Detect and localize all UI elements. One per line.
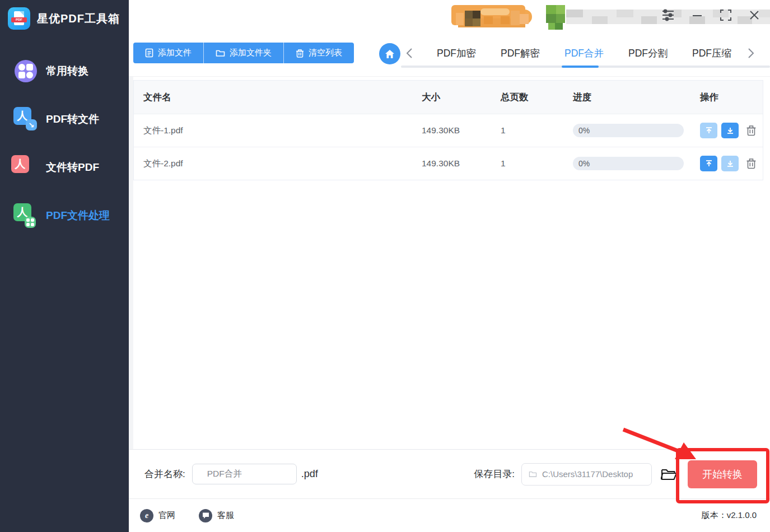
add-file-button[interactable]: 添加文件 [133, 43, 203, 63]
pdf-process-icon: 人 [13, 203, 38, 228]
trash-icon [296, 49, 304, 58]
file-to-pdf-icon: ↘人 [13, 155, 38, 180]
add-file-label: 添加文件 [158, 48, 192, 58]
delete-row-icon[interactable] [746, 125, 757, 136]
sidebar-item-pdf-to-file[interactable]: 人↘ PDF转文件 [0, 99, 129, 139]
sidebar-item-label: PDF文件处理 [46, 208, 110, 223]
move-up-button[interactable] [700, 123, 717, 138]
tab-bar: PDF加密 PDF解密 PDF合并 PDF分割 PDF压缩 [401, 41, 770, 65]
website-label: 官网 [158, 510, 175, 521]
active-tab-underline [562, 66, 599, 68]
arrow-down-icon [726, 127, 734, 134]
file-actions-group: 添加文件 添加文件夹 清空列表 [133, 43, 354, 63]
cell-filename: 文件-2.pdf [134, 158, 422, 170]
tabs-scroll-right-icon[interactable] [747, 48, 760, 59]
col-header-pages: 总页数 [501, 91, 573, 104]
save-dir-group: 保存目录: C:\Users\31177\Desktop 开始转换 [474, 460, 770, 488]
delete-row-icon[interactable] [746, 158, 757, 169]
settings-sliders-icon[interactable] [661, 9, 675, 21]
cell-filename: 文件-1.pdf [134, 125, 422, 137]
move-down-button[interactable] [721, 156, 739, 171]
app-logo-icon: PDF [8, 7, 30, 30]
arrow-down-icon [726, 160, 734, 167]
arrow-up-icon [705, 160, 713, 167]
sidebar: PDF 星优PDF工具箱 常用转换 人↘ PDF转文件 ↘人 文件 [0, 0, 129, 532]
save-path-field[interactable]: C:\Users\31177\Desktop [521, 463, 652, 486]
col-header-filename: 文件名 [134, 91, 422, 104]
merge-name-group: 合并名称: .pdf [144, 464, 318, 484]
table-header-row: 文件名 大小 总页数 进度 操作 [134, 81, 763, 114]
browse-folder-icon[interactable] [661, 468, 678, 481]
progress-bar: 0% [573, 157, 684, 170]
tabs-scroll-left-icon[interactable] [405, 48, 419, 59]
app-logo: PDF 星优PDF工具箱 [0, 0, 129, 35]
footer: e 官网 客服 版本：v2.1.0.0 [129, 498, 770, 532]
tab-underline-track [401, 66, 770, 68]
support-label: 客服 [217, 510, 234, 521]
pdf-to-file-icon: 人↘ [13, 107, 38, 132]
file-extension-label: .pdf [301, 468, 318, 480]
app-window: PDF 星优PDF工具箱 常用转换 人↘ PDF转文件 ↘人 文件 [0, 0, 770, 532]
maximize-icon[interactable] [720, 9, 732, 21]
cell-size: 149.30KB [422, 158, 501, 169]
clear-list-button[interactable]: 清空列表 [283, 43, 354, 63]
col-header-actions: 操作 [700, 91, 763, 104]
minimize-icon[interactable] [692, 10, 703, 21]
file-table: 文件名 大小 总页数 进度 操作 文件-1.pdf 149.30KB 1 0% [133, 80, 763, 180]
support-link[interactable]: 客服 [199, 509, 234, 522]
arrow-up-icon [705, 127, 713, 134]
move-up-button[interactable] [700, 156, 717, 171]
col-header-progress: 进度 [573, 91, 700, 104]
tab-pdf-encrypt[interactable]: PDF加密 [424, 46, 488, 60]
toolbar-row: 添加文件 添加文件夹 清空列表 [129, 35, 770, 77]
window-controls [661, 9, 760, 21]
website-link[interactable]: e 官网 [140, 509, 175, 522]
tab-pdf-decrypt[interactable]: PDF解密 [488, 46, 552, 60]
clear-list-label: 清空列表 [309, 48, 342, 58]
cell-size: 149.30KB [422, 125, 501, 136]
progress-value: 0% [578, 126, 590, 135]
sidebar-item-label: 常用转换 [46, 64, 88, 78]
sidebar-item-label: 文件转PDF [46, 160, 99, 175]
folder-icon [216, 49, 225, 57]
version-label: 版本：v2.1.0.0 [702, 510, 757, 521]
app-title: 星优PDF工具箱 [37, 11, 120, 26]
tab-pdf-split[interactable]: PDF分割 [616, 46, 680, 60]
titlebar [129, 0, 770, 35]
chat-bubble-icon [199, 509, 212, 522]
sidebar-item-common-convert[interactable]: 常用转换 [0, 51, 129, 91]
website-icon: e [140, 509, 153, 522]
move-down-button[interactable] [721, 123, 739, 138]
save-path-value: C:\Users\31177\Desktop [542, 469, 633, 479]
sidebar-menu: 常用转换 人↘ PDF转文件 ↘人 文件转PDF 人 PDF文件处理 [0, 51, 129, 236]
start-convert-button[interactable]: 开始转换 [688, 460, 757, 488]
tab-pdf-compress[interactable]: PDF压缩 [680, 46, 744, 60]
folder-small-icon [529, 470, 537, 478]
bottom-bar: 合并名称: .pdf 保存目录: C:\Users\31177\Desktop … [129, 449, 770, 498]
merge-name-label: 合并名称: [144, 468, 185, 480]
table-row: 文件-1.pdf 149.30KB 1 0% [134, 114, 763, 147]
home-button[interactable] [379, 43, 400, 64]
blurred-vip-badge[interactable] [449, 3, 534, 30]
progress-bar: 0% [573, 124, 684, 137]
home-icon [385, 49, 395, 59]
cell-pages: 1 [501, 125, 573, 136]
save-dir-label: 保存目录: [474, 468, 515, 480]
sidebar-item-file-to-pdf[interactable]: ↘人 文件转PDF [0, 147, 129, 188]
add-folder-label: 添加文件夹 [230, 48, 272, 58]
document-icon [145, 48, 153, 58]
grid-flower-icon [13, 59, 38, 83]
tab-pdf-merge[interactable]: PDF合并 [552, 46, 616, 60]
close-icon[interactable] [749, 10, 760, 21]
cell-pages: 1 [501, 158, 573, 169]
file-list-area: 文件名 大小 总页数 进度 操作 文件-1.pdf 149.30KB 1 0% [129, 77, 770, 449]
progress-value: 0% [578, 159, 590, 168]
sidebar-item-label: PDF转文件 [46, 112, 99, 127]
merge-name-input[interactable] [192, 464, 297, 484]
main-area: 添加文件 添加文件夹 清空列表 [129, 0, 770, 532]
sidebar-item-pdf-process[interactable]: 人 PDF文件处理 [0, 195, 129, 236]
table-row: 文件-2.pdf 149.30KB 1 0% [134, 147, 763, 180]
add-folder-button[interactable]: 添加文件夹 [203, 43, 283, 63]
col-header-size: 大小 [422, 91, 501, 104]
